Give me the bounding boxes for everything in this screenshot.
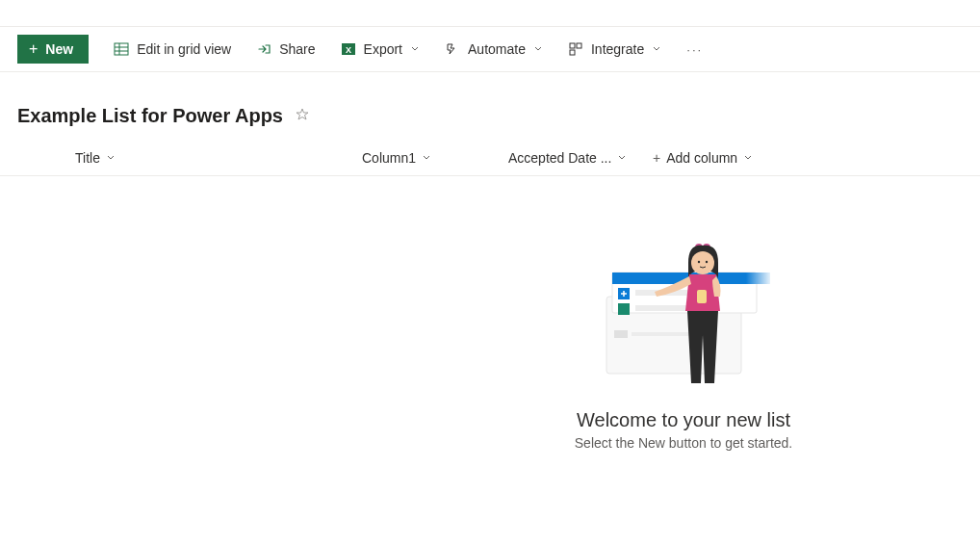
svg-rect-10 — [614, 330, 628, 338]
chevron-down-icon — [617, 153, 627, 163]
chevron-down-icon — [410, 44, 420, 54]
svg-text:X: X — [346, 45, 351, 55]
empty-state-title: Welcome to your new list — [577, 409, 790, 431]
share-label: Share — [279, 41, 315, 57]
column-date-label: Accepted Date ... — [508, 150, 611, 166]
plus-icon: + — [29, 41, 38, 57]
add-column-button[interactable]: + Add column — [653, 150, 753, 166]
integrate-icon — [568, 41, 583, 57]
chevron-down-icon — [743, 153, 753, 163]
column-title-label: Title — [75, 150, 100, 166]
chevron-down-icon — [533, 44, 543, 54]
chevron-down-icon — [422, 153, 431, 163]
window-top-spacer — [0, 0, 980, 27]
column-header-accepted-date[interactable]: Accepted Date ... — [508, 150, 627, 166]
automate-button[interactable]: Automate — [435, 36, 553, 63]
integrate-label: Integrate — [591, 41, 644, 57]
empty-state-illustration — [597, 244, 770, 388]
plus-icon: + — [653, 150, 660, 166]
column-column1-label: Column1 — [362, 150, 416, 166]
integrate-button[interactable]: Integrate — [558, 36, 671, 63]
svg-point-25 — [706, 261, 708, 263]
new-button-label: New — [45, 41, 73, 57]
page-header: Example List for Power Apps — [0, 72, 980, 141]
export-label: Export — [364, 41, 402, 57]
add-column-label: Add column — [666, 150, 737, 166]
automate-icon — [445, 41, 460, 57]
share-button[interactable]: Share — [246, 36, 324, 63]
share-icon — [256, 41, 271, 57]
excel-icon: X — [341, 41, 356, 57]
chevron-down-icon — [652, 44, 661, 54]
grid-icon — [114, 41, 129, 57]
svg-rect-18 — [618, 303, 630, 315]
svg-rect-6 — [570, 43, 575, 48]
svg-rect-26 — [697, 290, 707, 303]
command-bar: + New Edit in grid view Share X Export A… — [0, 27, 980, 72]
svg-rect-8 — [570, 50, 575, 55]
empty-state-subtitle: Select the New button to get started. — [575, 435, 792, 451]
page-title: Example List for Power Apps — [17, 105, 283, 127]
edit-grid-button[interactable]: Edit in grid view — [104, 36, 241, 63]
svg-rect-14 — [746, 272, 770, 284]
new-button[interactable]: + New — [17, 35, 89, 64]
automate-label: Automate — [468, 41, 526, 57]
svg-rect-0 — [115, 43, 128, 55]
svg-rect-7 — [577, 43, 581, 48]
column-header-column1[interactable]: Column1 — [362, 150, 431, 166]
more-button[interactable]: ··· — [677, 37, 712, 63]
export-button[interactable]: X Export — [331, 36, 429, 63]
svg-point-24 — [698, 261, 700, 263]
edit-grid-label: Edit in grid view — [137, 41, 231, 57]
svg-point-23 — [691, 251, 714, 274]
column-header-title[interactable]: Title — [75, 150, 116, 166]
svg-rect-11 — [632, 332, 689, 336]
column-headers-row: Title Column1 Accepted Date ... + Add co… — [0, 141, 980, 176]
favorite-star-icon[interactable] — [295, 107, 310, 125]
chevron-down-icon — [106, 153, 116, 163]
empty-state: Welcome to your new list Select the New … — [558, 244, 809, 451]
